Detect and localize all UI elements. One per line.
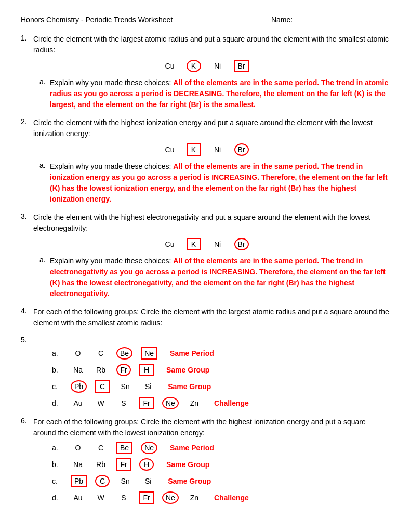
- q3-text: Circle the element with the highest elec…: [33, 212, 390, 234]
- el-rb-6b: Rb: [94, 458, 108, 471]
- q6-text: For each of the following groups: Circle…: [33, 417, 390, 438]
- q1-sub-a: a. Explain why you made these choices: A…: [39, 77, 390, 110]
- q6a-label: a.: [52, 444, 62, 452]
- el-rb-5b: Rb: [94, 364, 108, 376]
- question-2: 2. Circle the element with the highest i…: [21, 117, 390, 205]
- el-cu-3: Cu: [163, 238, 177, 250]
- q5b-label: b.: [52, 366, 62, 374]
- q5d-tag: Challenge: [214, 399, 249, 407]
- q1-elements: Cu K Ni Br: [21, 60, 390, 72]
- q2a-answer: All of the elements are in the same peri…: [50, 162, 388, 203]
- el-w-5d: W: [94, 397, 108, 409]
- q4-text: For each of the following groups: Circle…: [33, 307, 390, 328]
- q2-elements: Cu K Ni Br: [21, 143, 390, 156]
- q1-text: Circle the element with the largest atom…: [33, 34, 390, 56]
- q3-elements: Cu K Ni Br: [21, 238, 390, 250]
- el-na-6b: Na: [71, 458, 85, 471]
- q6-group-a: a. O C Be Ne Same Period: [52, 442, 390, 454]
- el-ni-2: Ni: [210, 143, 225, 156]
- el-be-5a-circle: Be: [116, 347, 132, 360]
- q5-group-d: d. Au W S Fr Ne Zn Challenge: [52, 397, 390, 409]
- question-5: 5. a. O C Be Ne Same Period b. Na Rb Fr …: [21, 336, 390, 409]
- el-si-6c: Si: [141, 475, 155, 487]
- el-ne-6a-circle: Ne: [141, 442, 157, 454]
- q5-num: 5.: [21, 336, 33, 344]
- q5d-label: d.: [52, 399, 62, 407]
- el-fr-5d-square: Fr: [139, 397, 154, 409]
- q5b-tag: Same Group: [166, 366, 209, 374]
- q6-num: 6.: [21, 417, 33, 425]
- worksheet-title: Honors Chemistry - Periodic Trends Works…: [21, 16, 173, 24]
- el-h-5b-square: H: [139, 364, 154, 376]
- el-cu-1: Cu: [163, 60, 177, 72]
- question-4: 4. For each of the following groups: Cir…: [21, 307, 390, 328]
- q5-group-c: c. Pb C Sn Si Same Group: [52, 380, 390, 393]
- el-sn-6c: Sn: [118, 475, 132, 487]
- q6-group-d: d. Au W S Fr Ne Zn Challenge: [52, 491, 390, 504]
- q2a-label: a.: [39, 161, 50, 169]
- question-6: 6. For each of the following groups: Cir…: [21, 417, 390, 504]
- el-au-5d: Au: [71, 397, 85, 409]
- el-ni-1: Ni: [210, 60, 225, 72]
- q6d-label: d.: [52, 494, 62, 502]
- el-ne-6d-circle: Ne: [162, 491, 179, 504]
- el-br-2-circle: Br: [234, 143, 249, 156]
- el-zn-6d: Zn: [187, 491, 202, 504]
- el-o-5a: O: [71, 347, 85, 360]
- q6a-tag: Same Period: [170, 444, 214, 452]
- q2a-text: Explain why you made these choices: All …: [50, 161, 390, 205]
- el-si-5c: Si: [141, 380, 155, 393]
- el-k-3-square: K: [187, 238, 201, 250]
- q6b-tag: Same Group: [166, 460, 209, 469]
- name-field-label: Name:: [271, 16, 390, 24]
- el-s-5d: S: [116, 397, 131, 409]
- q1a-text: Explain why you made these choices: All …: [50, 77, 390, 110]
- el-s-6d: S: [116, 491, 131, 504]
- q1a-label: a.: [39, 77, 50, 86]
- page-header: Honors Chemistry - Periodic Trends Works…: [21, 16, 390, 24]
- el-pb-6c-square: Pb: [71, 475, 87, 487]
- q5c-tag: Same Group: [168, 382, 211, 391]
- q5c-label: c.: [52, 382, 62, 391]
- el-fr-5b-circle: Fr: [116, 364, 131, 376]
- el-ni-3: Ni: [210, 238, 225, 250]
- q3a-label: a.: [39, 256, 50, 264]
- q3a-text: Explain why you made these choices: All …: [50, 256, 390, 299]
- el-o-6a: O: [71, 442, 85, 454]
- q6b-label: b.: [52, 460, 62, 469]
- el-ne-5d-circle: Ne: [162, 397, 179, 409]
- el-h-6b-circle: H: [139, 458, 154, 471]
- el-br-3-circle: Br: [234, 238, 249, 250]
- q2-num: 2.: [21, 117, 33, 126]
- el-ne-5a-square: Ne: [141, 347, 157, 360]
- el-w-6d: W: [94, 491, 108, 504]
- el-fr-6d-square: Fr: [139, 491, 154, 504]
- q6d-tag: Challenge: [214, 494, 249, 502]
- el-c-6a: C: [94, 442, 108, 454]
- q6-group-c: c. Pb C Sn Si Same Group: [52, 475, 390, 487]
- el-be-6a-square: Be: [116, 442, 132, 454]
- question-1: 1. Circle the element with the largest a…: [21, 34, 390, 110]
- q3a-answer: All of the elements are in the same peri…: [50, 257, 386, 298]
- el-c-5a: C: [94, 347, 108, 360]
- el-c-5c-square: C: [95, 380, 110, 393]
- q3-sub-a: a. Explain why you made these choices: A…: [39, 256, 390, 299]
- el-au-6d: Au: [71, 491, 85, 504]
- el-sn-5c: Sn: [118, 380, 132, 393]
- q6c-label: c.: [52, 477, 62, 485]
- q5a-tag: Same Period: [170, 349, 214, 357]
- q2-sub-a: a. Explain why you made these choices: A…: [39, 161, 390, 205]
- q5a-label: a.: [52, 349, 62, 357]
- el-pb-5c-circle: Pb: [71, 380, 87, 393]
- q2-text: Circle the element with the highest ioni…: [33, 117, 390, 139]
- q6c-tag: Same Group: [168, 477, 211, 485]
- q3-num: 3.: [21, 212, 33, 220]
- el-c-6c-circle: C: [95, 475, 110, 487]
- el-cu-2: Cu: [163, 143, 177, 156]
- name-line: [297, 16, 390, 24]
- q4-num: 4.: [21, 307, 33, 315]
- q1-num: 1.: [21, 34, 33, 42]
- el-k-1-circle: K: [187, 60, 201, 72]
- question-3: 3. Circle the element with the highest e…: [21, 212, 390, 299]
- q5-group-b: b. Na Rb Fr H Same Group: [52, 364, 390, 376]
